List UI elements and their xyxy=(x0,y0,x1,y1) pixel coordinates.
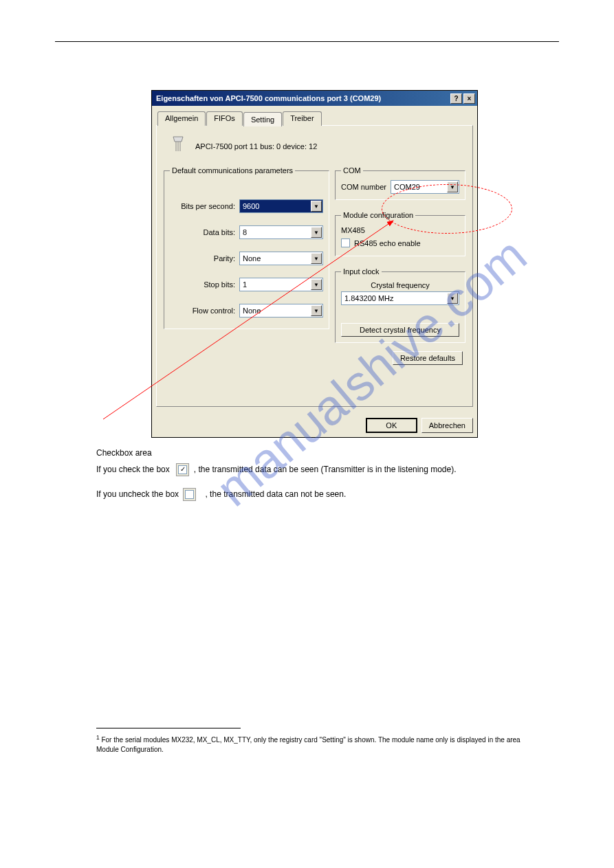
tab-setting[interactable]: Setting xyxy=(243,112,282,126)
input-clock-legend: Input clock xyxy=(341,267,382,276)
defaults-group: Default communications parameters Bits p… xyxy=(164,166,329,329)
help-button[interactable]: ? xyxy=(450,93,462,104)
device-line: APCI-7500 port 11 bus: 0 device: 12 xyxy=(195,142,317,151)
checked-checkbox-icon: ✓ xyxy=(176,463,189,476)
footnote-divider xyxy=(96,728,241,728)
com-number-label: COM number xyxy=(341,183,391,191)
chevron-down-icon: ▼ xyxy=(311,227,322,238)
bps-label: Bits per second: xyxy=(170,202,235,210)
crystal-freq-select[interactable]: 1.843200 MHz ▼ xyxy=(341,291,459,305)
chevron-down-icon: ▼ xyxy=(447,181,458,192)
detect-crystal-button[interactable]: Detect crystal frequency xyxy=(341,323,459,337)
rs485-echo-label: RS485 echo enable xyxy=(354,239,421,247)
module-config-legend: Module configuration xyxy=(341,211,415,219)
chevron-down-icon: ▼ xyxy=(311,253,322,264)
parity-label: Parity: xyxy=(170,254,235,263)
unchecked-checkbox-icon xyxy=(183,488,196,501)
properties-dialog: Eigenschaften von APCI-7500 communicatio… xyxy=(151,90,478,438)
ok-button[interactable]: OK xyxy=(366,418,417,433)
data-bits-select[interactable]: 8 ▼ xyxy=(239,225,323,239)
paragraph-checked: If you check the box ✓ , the transmitted… xyxy=(96,463,536,476)
stop-bits-select[interactable]: 1 ▼ xyxy=(239,278,323,291)
bps-select[interactable]: 9600 ▼ xyxy=(239,199,323,213)
com-group: COM COM number COM29 ▼ xyxy=(335,166,465,200)
crystal-freq-label: Crystal frequency xyxy=(341,281,459,289)
tab-allgemein[interactable]: Allgemein xyxy=(157,111,206,126)
flow-select[interactable]: None ▼ xyxy=(239,304,323,318)
chevron-down-icon: ▼ xyxy=(447,293,458,304)
input-clock-group: Input clock Crystal frequency 1.843200 M… xyxy=(335,267,465,343)
tabs: Allgemein FIFOs Setting Treiber xyxy=(157,111,473,126)
restore-defaults-button[interactable]: Restore defaults xyxy=(393,351,463,365)
chevron-down-icon: ▼ xyxy=(311,201,322,212)
chevron-down-icon: ▼ xyxy=(311,305,322,316)
titlebar: Eigenschaften von APCI-7500 communicatio… xyxy=(152,91,477,106)
flow-label: Flow control: xyxy=(170,307,235,315)
footnote: 1 For the serial modules MX232, MX_CL, M… xyxy=(96,734,536,755)
cancel-button[interactable]: Abbrechen xyxy=(421,418,473,433)
defaults-legend: Default communications parameters xyxy=(170,166,295,175)
module-name: MX485 xyxy=(341,226,459,234)
parity-select[interactable]: None ▼ xyxy=(239,252,323,265)
stop-bits-label: Stop bits: xyxy=(170,280,235,289)
close-button[interactable]: × xyxy=(463,93,475,104)
page-divider xyxy=(55,41,559,42)
tab-treiber[interactable]: Treiber xyxy=(283,111,321,126)
chevron-down-icon: ▼ xyxy=(311,279,322,290)
com-legend: COM xyxy=(341,166,363,175)
port-icon xyxy=(171,136,186,157)
com-number-select[interactable]: COM29 ▼ xyxy=(391,180,459,194)
checkbox-area-label: Checkbox area xyxy=(96,447,536,459)
rs485-echo-checkbox[interactable] xyxy=(341,238,350,247)
tab-fifos[interactable]: FIFOs xyxy=(206,111,243,126)
dialog-title: Eigenschaften von APCI-7500 communicatio… xyxy=(156,94,449,102)
data-bits-label: Data bits: xyxy=(170,228,235,236)
paragraph-unchecked: If you uncheck the box , the transmitted… xyxy=(96,488,536,501)
module-config-group: Module configuration MX485 RS485 echo en… xyxy=(335,211,465,256)
